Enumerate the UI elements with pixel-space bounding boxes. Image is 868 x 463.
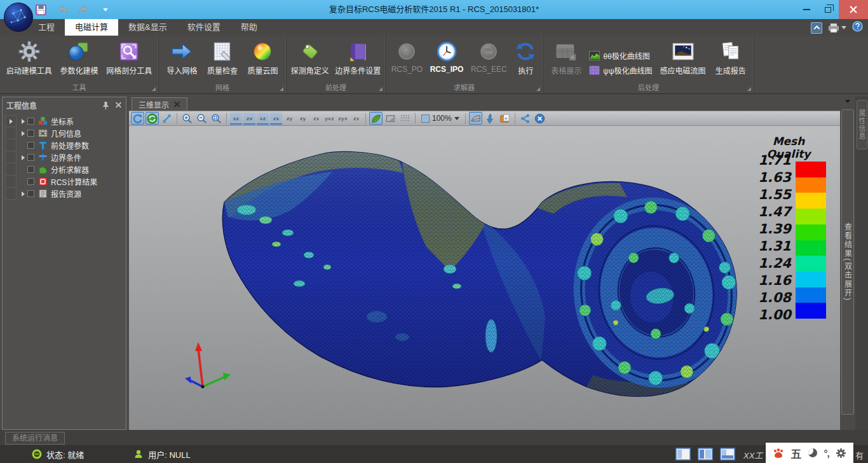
rcs-eec-button[interactable]: RCS_EEC <box>469 39 509 74</box>
checkbox[interactable] <box>27 118 34 125</box>
ime-punctuation-toggle[interactable]: °, <box>824 448 829 459</box>
zoom-out-button[interactable] <box>195 112 208 125</box>
minimize-button[interactable] <box>796 0 817 19</box>
close-panel-icon[interactable] <box>116 102 122 108</box>
checkbox[interactable] <box>27 178 34 185</box>
dialog-launcher-icon[interactable] <box>152 87 156 91</box>
generate-report-button[interactable]: 生成报告 <box>714 39 748 76</box>
execute-button[interactable]: 执行 <box>512 39 539 76</box>
layout-left-panel-button[interactable] <box>675 448 691 460</box>
viewport-3d[interactable]: Mesh Quality 1.71 1.63 1.55 1.47 1.39 1.… <box>129 126 840 430</box>
expand-arrow-icon[interactable] <box>22 155 25 160</box>
dialog-launcher-icon[interactable] <box>280 87 283 91</box>
rcs-po-button[interactable]: RCS_PO <box>390 39 424 74</box>
menu-tabs: 工程 电磁计算 数据&显示 软件设置 帮助 <box>28 19 268 36</box>
app-logo[interactable] <box>4 3 33 32</box>
tree-item-preprocess-params[interactable]: 前处理参数 <box>5 139 123 151</box>
layout-bottom-panel-button[interactable] <box>720 448 735 460</box>
menu-tab-help[interactable]: 帮助 <box>231 19 268 36</box>
pin-icon[interactable] <box>102 101 109 109</box>
menu-tab-settings[interactable]: 软件设置 <box>177 19 231 36</box>
clip-plane-button[interactable] <box>469 112 482 125</box>
tree-item-coordinate-system[interactable]: 坐标系 <box>5 115 123 127</box>
view-axis-button-9[interactable]: zyx <box>337 113 349 125</box>
quality-cloud-button[interactable]: 质量云图 <box>245 39 280 76</box>
mesh-partition-tool-button[interactable]: 网格剖分工具 <box>104 39 154 76</box>
view-axis-button-1[interactable]: xz <box>230 113 242 125</box>
dialog-launcher-icon[interactable] <box>536 87 540 91</box>
ime-paw-icon[interactable] <box>773 448 784 459</box>
psi-polarization-curve-button[interactable]: ψψ极化曲线图 <box>589 65 652 76</box>
expand-arrow-icon[interactable] <box>22 119 25 124</box>
purple-chart-icon <box>589 66 600 75</box>
tree-item-report-resources[interactable]: 报告资源 <box>5 188 123 200</box>
drop-view-button[interactable] <box>484 112 497 125</box>
rcs-ipo-button[interactable]: RCS_IPO <box>428 39 466 74</box>
parametric-modeling-button[interactable]: 参数化建模 <box>58 39 100 76</box>
induced-current-map-button[interactable]: 感应电磁流图 <box>658 39 708 76</box>
menu-tab-data-display[interactable]: 数据&显示 <box>118 19 177 36</box>
quality-check-button[interactable]: 质量检查 <box>205 39 240 76</box>
dialog-launcher-icon[interactable] <box>747 87 751 91</box>
tab-3d-display[interactable]: 三维显示 <box>132 97 187 111</box>
refresh-view-button[interactable] <box>146 112 159 125</box>
dialog-launcher-icon[interactable] <box>379 87 383 91</box>
menu-tab-em-compute[interactable]: 电磁计算 <box>65 19 118 36</box>
pan-view-button[interactable] <box>160 112 173 125</box>
view-results-tab[interactable]: 查看结果(双击展开) <box>841 109 854 415</box>
table-display-button[interactable]: 表格展示 <box>549 39 583 76</box>
tree-item-analysis-solver[interactable]: 分析求解器 <box>5 163 123 176</box>
probe-angle-button[interactable]: 探测角定义 <box>289 39 331 76</box>
menu-tab-project[interactable]: 工程 <box>28 19 65 36</box>
zoom-in-button[interactable] <box>180 112 194 125</box>
help-button[interactable] <box>852 21 863 34</box>
ime-wubi-toggle[interactable]: 五 <box>790 445 801 461</box>
rotate-view-button[interactable] <box>131 112 144 125</box>
layout-split-panel-button[interactable] <box>698 448 713 460</box>
footer-text-right: 有 <box>855 449 864 461</box>
export-image-button[interactable] <box>498 112 512 125</box>
view-axis-button-2[interactable]: zx <box>243 113 255 125</box>
view-axis-button-3[interactable]: xz <box>257 113 269 125</box>
tree-item-rcs-results[interactable]: RCS计算结果 <box>5 176 123 188</box>
zoom-level-select[interactable]: 100% <box>419 114 462 123</box>
close-view-button[interactable] <box>533 112 546 125</box>
tree-item-geometry-info[interactable]: 几何信息 <box>5 127 123 139</box>
view-axis-button-6[interactable]: zy <box>297 113 309 125</box>
zoom-fit-button[interactable] <box>210 112 223 125</box>
ime-moon-icon[interactable] <box>808 448 817 457</box>
view-axis-button-4[interactable]: zx <box>270 113 282 125</box>
checkbox[interactable] <box>27 154 34 161</box>
launch-modeling-tool-button[interactable]: 启动建模工具 <box>4 39 54 76</box>
view-axis-button-7[interactable]: zx <box>310 113 322 125</box>
checkbox[interactable] <box>27 190 34 197</box>
checkbox[interactable] <box>27 142 34 149</box>
colorbar-swatches <box>796 162 826 319</box>
properties-tab[interactable]: 属性信息 <box>857 100 867 149</box>
expand-arrow-icon[interactable] <box>22 131 25 136</box>
view-axis-button-8[interactable]: yxz <box>323 113 336 125</box>
print-button[interactable] <box>828 23 846 33</box>
tree-item-boundary-conditions[interactable]: 边界条件 <box>5 151 123 163</box>
ime-settings-gear-icon[interactable] <box>836 448 846 459</box>
smooth-shading-button[interactable] <box>369 112 383 125</box>
wireframe-button[interactable] <box>398 112 412 125</box>
zoom-level-value: 100% <box>432 114 452 123</box>
share-view-button[interactable] <box>519 112 532 125</box>
flat-shading-button[interactable] <box>384 112 397 125</box>
system-message-tab[interactable]: 系统运行消息 <box>5 432 65 445</box>
checkbox[interactable] <box>27 166 34 173</box>
collapse-ribbon-button[interactable] <box>811 22 822 34</box>
close-button[interactable] <box>839 0 868 19</box>
chevron-down-icon[interactable] <box>845 100 850 103</box>
expand-arrow-icon[interactable] <box>22 191 25 197</box>
boundary-conditions-button[interactable]: 边界条件设置 <box>333 39 383 76</box>
view-axis-button-10[interactable]: zx <box>350 113 362 125</box>
project-panel-header: 工程信息 <box>3 97 126 113</box>
import-mesh-button[interactable]: 导入网格 <box>165 39 199 76</box>
close-tab-icon[interactable] <box>174 101 180 107</box>
restore-button[interactable] <box>817 0 839 19</box>
view-axis-button-5[interactable]: zy <box>283 113 295 125</box>
checkbox[interactable] <box>27 130 34 137</box>
theta-polarization-curve-button[interactable]: θθ极化曲线图 <box>589 50 652 61</box>
